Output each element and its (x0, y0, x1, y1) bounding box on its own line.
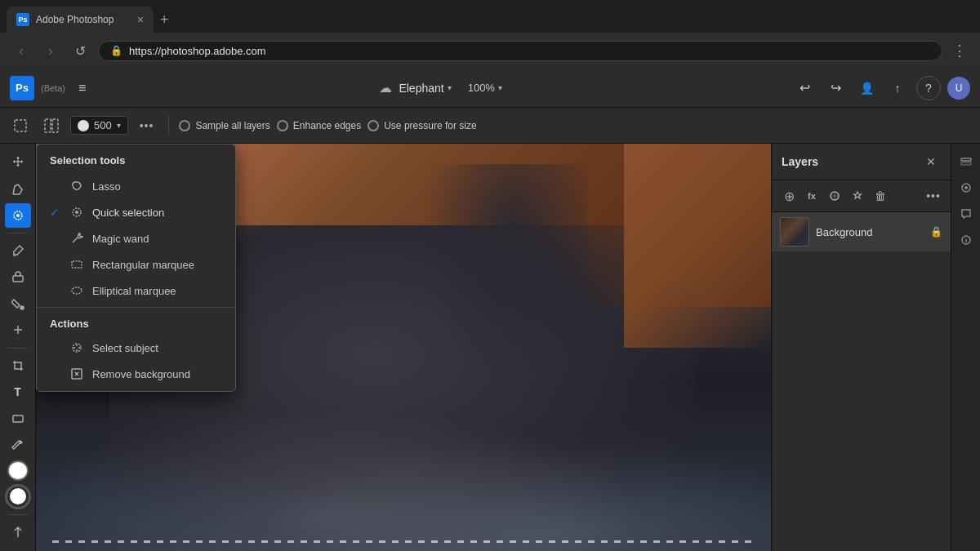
sample-all-label: Sample all layers (195, 120, 270, 131)
delete-layer-btn[interactable]: 🗑 (870, 185, 891, 207)
export-btn[interactable]: ↑ (885, 76, 910, 100)
nav-forward-btn[interactable]: › (39, 39, 62, 62)
brush-dropdown-arrow: ▾ (117, 121, 121, 130)
use-pressure-circle (368, 120, 379, 131)
sample-all-toggle[interactable]: Sample all layers (179, 120, 270, 131)
browser-tabs-bar: Ps Adobe Photoshop × + (0, 0, 980, 33)
select-subject-item[interactable]: Select subject (37, 335, 235, 361)
eyedropper-btn[interactable] (5, 433, 31, 457)
lasso-icon (69, 179, 84, 193)
remove-bg-item[interactable]: Remove background (37, 361, 235, 391)
move-tool-btn[interactable] (5, 150, 31, 175)
svg-point-10 (75, 211, 78, 214)
user-avatar[interactable]: U (947, 77, 970, 100)
beta-label: (Beta) (41, 83, 65, 93)
hamburger-btn[interactable]: ≡ (75, 78, 89, 99)
svg-rect-11 (72, 261, 82, 268)
crop-tool-btn[interactable] (5, 353, 31, 378)
svg-rect-2 (52, 119, 58, 132)
paint-bucket-btn[interactable] (5, 291, 31, 316)
rail-comment-btn[interactable] (955, 202, 978, 225)
new-tab-btn[interactable]: + (157, 8, 172, 32)
rect-marquee-item[interactable]: Rectangular marquee (37, 251, 235, 278)
sample-all-circle (179, 120, 190, 131)
svg-point-7 (20, 306, 24, 309)
rail-adjust-btn[interactable] (955, 176, 978, 199)
magic-wand-item[interactable]: Magic wand (37, 225, 235, 251)
polygon-lasso-tool-btn[interactable] (5, 176, 31, 201)
brush-size-value: 500 (94, 119, 112, 131)
brush-tool-btn[interactable] (5, 238, 31, 263)
select-col-btn[interactable] (39, 115, 64, 136)
layer-more-btn[interactable]: ••• (923, 185, 944, 207)
redo-btn[interactable]: ↪ (823, 76, 848, 100)
eraser-tool-btn[interactable] (5, 264, 31, 289)
dropdown-actions-section-title: Actions (37, 311, 235, 335)
left-sidebar: T (0, 144, 36, 551)
browser-nav-bar: ‹ › ↺ 🔒 https://photoshop.adobe.com ⋮ (0, 33, 980, 69)
ellip-marquee-item[interactable]: Elliptical marquee (37, 278, 235, 304)
toolbar-more-btn[interactable]: ••• (135, 116, 159, 136)
ps-logo: Ps (10, 76, 34, 100)
background-layer-item[interactable]: Background 🔒 (772, 212, 951, 251)
zoom-dropdown-icon: ▾ (498, 83, 502, 92)
color-ring-bg[interactable] (5, 484, 31, 509)
layer-thumb-inner (781, 218, 808, 246)
healing-btn[interactable] (5, 318, 31, 342)
ellip-marquee-label: Elliptical marquee (92, 285, 176, 297)
panel-header: Layers ✕ (772, 144, 951, 180)
quick-selection-item[interactable]: ✓ Quick selection (37, 199, 235, 225)
enhance-edges-toggle[interactable]: Enhance edges (277, 120, 361, 131)
svg-rect-16 (961, 158, 971, 161)
rail-layers-btn[interactable] (955, 150, 978, 173)
help-btn[interactable]: ? (916, 76, 941, 100)
right-panel-area: Layers ✕ ⊕ fx 🗑 (771, 144, 980, 551)
tab-title: Adobe Photoshop (36, 14, 131, 25)
browser-chrome: Ps Adobe Photoshop × + ‹ › ↺ 🔒 https://p… (0, 0, 980, 69)
layer-thumbnail (780, 217, 809, 247)
browser-tab[interactable]: Ps Adobe Photoshop × (7, 7, 154, 33)
toolbar-separator-1 (168, 116, 169, 136)
lasso-item[interactable]: Lasso (37, 173, 235, 199)
magic-wand-icon (69, 231, 84, 246)
selection-tool-btn[interactable] (5, 203, 31, 228)
rail-info-btn[interactable] (955, 229, 978, 251)
use-pressure-toggle[interactable]: Use pressure for size (368, 120, 476, 131)
sidebar-divider-3 (8, 514, 28, 515)
svg-rect-8 (13, 415, 23, 422)
doc-dropdown-icon: ▾ (448, 83, 452, 92)
layers-panel: Layers ✕ ⊕ fx 🗑 (772, 144, 951, 551)
shape-tool-btn[interactable] (5, 406, 31, 430)
mask-btn[interactable] (824, 185, 845, 207)
svg-point-12 (72, 287, 82, 294)
browser-more-btn[interactable]: ⋮ (949, 38, 970, 63)
color-ring-inner (10, 488, 26, 504)
panel-header-actions: ✕ (921, 152, 941, 171)
tools-bar: 500 ▾ ••• Sample all layers Enhance edge… (0, 108, 980, 144)
svg-rect-0 (15, 120, 26, 131)
rect-marquee-label: Rectangular marquee (92, 259, 194, 271)
svg-point-19 (964, 186, 968, 189)
collab-btn[interactable]: 👤 (854, 76, 879, 100)
tab-close-btn[interactable]: × (137, 13, 144, 26)
brush-size-control[interactable]: 500 ▾ (70, 116, 128, 135)
address-bar[interactable]: 🔒 https://photoshop.adobe.com (98, 41, 942, 61)
color-swatch-fg[interactable] (7, 460, 29, 481)
tab-favicon: Ps (16, 13, 29, 26)
use-pressure-label: Use pressure for size (384, 120, 476, 131)
fx-btn[interactable]: fx (801, 185, 822, 207)
sidebar-divider-1 (8, 233, 28, 233)
undo-btn[interactable]: ↩ (792, 76, 817, 100)
nav-back-btn[interactable]: ‹ (10, 39, 33, 62)
select-rect-btn[interactable] (8, 115, 33, 136)
select-subject-label: Select subject (92, 342, 158, 354)
nav-refresh-btn[interactable]: ↺ (69, 39, 91, 62)
select-subject-icon (69, 340, 84, 355)
misc-tool-btn[interactable] (5, 520, 31, 544)
doc-title[interactable]: Elephant ▾ (399, 82, 451, 95)
adj-layer-btn[interactable] (847, 185, 868, 207)
add-layer-btn[interactable]: ⊕ (778, 185, 800, 207)
type-tool-btn[interactable]: T (5, 380, 31, 404)
panel-close-btn[interactable]: ✕ (921, 152, 941, 171)
zoom-control[interactable]: 100% ▾ (468, 82, 502, 94)
